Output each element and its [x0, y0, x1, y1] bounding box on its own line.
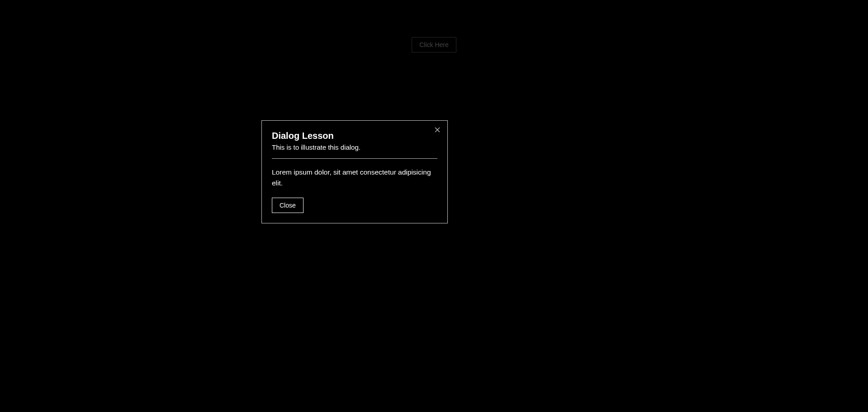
close-icon[interactable]	[434, 126, 441, 133]
dialog: Dialog Lesson This is to illustrate this…	[261, 120, 448, 223]
dialog-divider	[272, 158, 437, 159]
dialog-title: Dialog Lesson	[272, 130, 437, 142]
dialog-body-text: Lorem ipsum dolor, sit amet consectetur …	[272, 167, 437, 189]
dialog-subtitle: This is to illustrate this dialog.	[272, 142, 437, 152]
close-button[interactable]: Close	[272, 198, 304, 213]
